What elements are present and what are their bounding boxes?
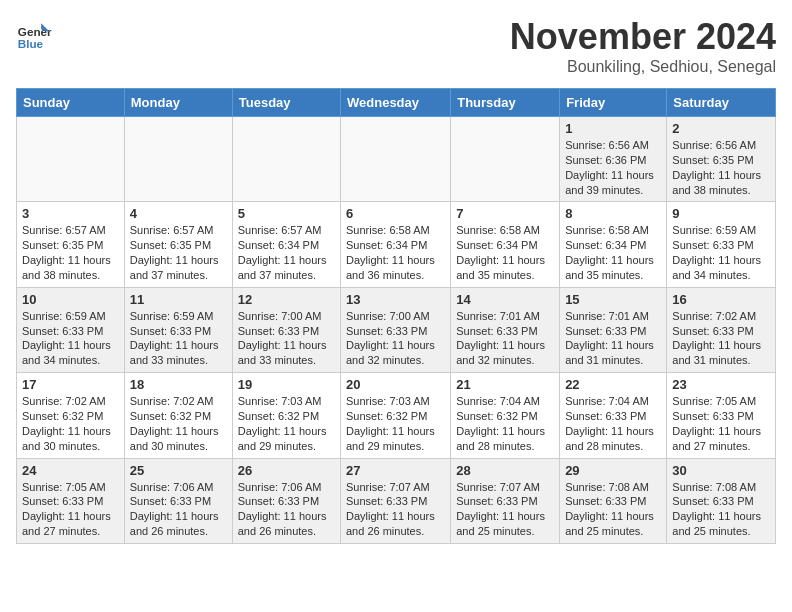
svg-text:General: General	[18, 25, 52, 38]
calendar-cell: 16Sunrise: 7:02 AM Sunset: 6:33 PM Dayli…	[667, 287, 776, 372]
calendar-cell: 28Sunrise: 7:07 AM Sunset: 6:33 PM Dayli…	[451, 458, 560, 543]
day-number: 8	[565, 206, 661, 221]
calendar-cell: 25Sunrise: 7:06 AM Sunset: 6:33 PM Dayli…	[124, 458, 232, 543]
cell-info: Sunrise: 6:59 AM Sunset: 6:33 PM Dayligh…	[130, 309, 227, 368]
day-number: 30	[672, 463, 770, 478]
calendar-cell: 24Sunrise: 7:05 AM Sunset: 6:33 PM Dayli…	[17, 458, 125, 543]
day-number: 20	[346, 377, 445, 392]
calendar-cell: 30Sunrise: 7:08 AM Sunset: 6:33 PM Dayli…	[667, 458, 776, 543]
day-number: 7	[456, 206, 554, 221]
cell-info: Sunrise: 6:58 AM Sunset: 6:34 PM Dayligh…	[456, 223, 554, 282]
calendar-cell: 10Sunrise: 6:59 AM Sunset: 6:33 PM Dayli…	[17, 287, 125, 372]
day-number: 11	[130, 292, 227, 307]
day-number: 1	[565, 121, 661, 136]
calendar-cell: 21Sunrise: 7:04 AM Sunset: 6:32 PM Dayli…	[451, 373, 560, 458]
logo-icon: General Blue	[16, 16, 52, 52]
calendar-week-row: 1Sunrise: 6:56 AM Sunset: 6:36 PM Daylig…	[17, 117, 776, 202]
calendar-cell: 22Sunrise: 7:04 AM Sunset: 6:33 PM Dayli…	[560, 373, 667, 458]
weekday-header-tuesday: Tuesday	[232, 89, 340, 117]
day-number: 2	[672, 121, 770, 136]
calendar-cell: 4Sunrise: 6:57 AM Sunset: 6:35 PM Daylig…	[124, 202, 232, 287]
title-section: November 2024 Bounkiling, Sedhiou, Seneg…	[510, 16, 776, 76]
calendar-cell: 8Sunrise: 6:58 AM Sunset: 6:34 PM Daylig…	[560, 202, 667, 287]
page-header: General Blue November 2024 Bounkiling, S…	[16, 16, 776, 76]
cell-info: Sunrise: 7:01 AM Sunset: 6:33 PM Dayligh…	[565, 309, 661, 368]
day-number: 15	[565, 292, 661, 307]
calendar-cell: 7Sunrise: 6:58 AM Sunset: 6:34 PM Daylig…	[451, 202, 560, 287]
day-number: 13	[346, 292, 445, 307]
day-number: 9	[672, 206, 770, 221]
weekday-header-wednesday: Wednesday	[341, 89, 451, 117]
calendar-cell	[232, 117, 340, 202]
calendar-cell	[17, 117, 125, 202]
cell-info: Sunrise: 7:01 AM Sunset: 6:33 PM Dayligh…	[456, 309, 554, 368]
cell-info: Sunrise: 7:07 AM Sunset: 6:33 PM Dayligh…	[346, 480, 445, 539]
cell-info: Sunrise: 7:06 AM Sunset: 6:33 PM Dayligh…	[238, 480, 335, 539]
weekday-header-friday: Friday	[560, 89, 667, 117]
day-number: 18	[130, 377, 227, 392]
calendar-cell	[341, 117, 451, 202]
day-number: 14	[456, 292, 554, 307]
location-title: Bounkiling, Sedhiou, Senegal	[510, 58, 776, 76]
calendar-cell: 2Sunrise: 6:56 AM Sunset: 6:35 PM Daylig…	[667, 117, 776, 202]
day-number: 12	[238, 292, 335, 307]
day-number: 10	[22, 292, 119, 307]
month-title: November 2024	[510, 16, 776, 58]
calendar-cell: 15Sunrise: 7:01 AM Sunset: 6:33 PM Dayli…	[560, 287, 667, 372]
calendar-cell	[124, 117, 232, 202]
calendar-cell: 26Sunrise: 7:06 AM Sunset: 6:33 PM Dayli…	[232, 458, 340, 543]
cell-info: Sunrise: 7:04 AM Sunset: 6:33 PM Dayligh…	[565, 394, 661, 453]
weekday-header-saturday: Saturday	[667, 89, 776, 117]
calendar-cell: 29Sunrise: 7:08 AM Sunset: 6:33 PM Dayli…	[560, 458, 667, 543]
day-number: 16	[672, 292, 770, 307]
day-number: 5	[238, 206, 335, 221]
cell-info: Sunrise: 7:05 AM Sunset: 6:33 PM Dayligh…	[672, 394, 770, 453]
calendar-table: SundayMondayTuesdayWednesdayThursdayFrid…	[16, 88, 776, 544]
cell-info: Sunrise: 7:00 AM Sunset: 6:33 PM Dayligh…	[346, 309, 445, 368]
calendar-cell: 23Sunrise: 7:05 AM Sunset: 6:33 PM Dayli…	[667, 373, 776, 458]
calendar-cell: 19Sunrise: 7:03 AM Sunset: 6:32 PM Dayli…	[232, 373, 340, 458]
day-number: 25	[130, 463, 227, 478]
cell-info: Sunrise: 7:08 AM Sunset: 6:33 PM Dayligh…	[565, 480, 661, 539]
calendar-cell: 27Sunrise: 7:07 AM Sunset: 6:33 PM Dayli…	[341, 458, 451, 543]
cell-info: Sunrise: 6:56 AM Sunset: 6:35 PM Dayligh…	[672, 138, 770, 197]
calendar-cell: 9Sunrise: 6:59 AM Sunset: 6:33 PM Daylig…	[667, 202, 776, 287]
cell-info: Sunrise: 7:02 AM Sunset: 6:33 PM Dayligh…	[672, 309, 770, 368]
cell-info: Sunrise: 6:58 AM Sunset: 6:34 PM Dayligh…	[565, 223, 661, 282]
day-number: 6	[346, 206, 445, 221]
cell-info: Sunrise: 7:06 AM Sunset: 6:33 PM Dayligh…	[130, 480, 227, 539]
calendar-cell: 18Sunrise: 7:02 AM Sunset: 6:32 PM Dayli…	[124, 373, 232, 458]
calendar-week-row: 17Sunrise: 7:02 AM Sunset: 6:32 PM Dayli…	[17, 373, 776, 458]
day-number: 22	[565, 377, 661, 392]
day-number: 21	[456, 377, 554, 392]
cell-info: Sunrise: 6:58 AM Sunset: 6:34 PM Dayligh…	[346, 223, 445, 282]
calendar-cell: 3Sunrise: 6:57 AM Sunset: 6:35 PM Daylig…	[17, 202, 125, 287]
calendar-cell: 14Sunrise: 7:01 AM Sunset: 6:33 PM Dayli…	[451, 287, 560, 372]
cell-info: Sunrise: 7:05 AM Sunset: 6:33 PM Dayligh…	[22, 480, 119, 539]
calendar-cell: 13Sunrise: 7:00 AM Sunset: 6:33 PM Dayli…	[341, 287, 451, 372]
day-number: 4	[130, 206, 227, 221]
cell-info: Sunrise: 7:00 AM Sunset: 6:33 PM Dayligh…	[238, 309, 335, 368]
cell-info: Sunrise: 7:03 AM Sunset: 6:32 PM Dayligh…	[238, 394, 335, 453]
weekday-header-sunday: Sunday	[17, 89, 125, 117]
calendar-cell: 6Sunrise: 6:58 AM Sunset: 6:34 PM Daylig…	[341, 202, 451, 287]
svg-text:Blue: Blue	[18, 37, 44, 50]
calendar-cell: 20Sunrise: 7:03 AM Sunset: 6:32 PM Dayli…	[341, 373, 451, 458]
cell-info: Sunrise: 6:57 AM Sunset: 6:34 PM Dayligh…	[238, 223, 335, 282]
calendar-header-row: SundayMondayTuesdayWednesdayThursdayFrid…	[17, 89, 776, 117]
calendar-cell: 11Sunrise: 6:59 AM Sunset: 6:33 PM Dayli…	[124, 287, 232, 372]
day-number: 29	[565, 463, 661, 478]
calendar-cell: 5Sunrise: 6:57 AM Sunset: 6:34 PM Daylig…	[232, 202, 340, 287]
day-number: 3	[22, 206, 119, 221]
cell-info: Sunrise: 7:07 AM Sunset: 6:33 PM Dayligh…	[456, 480, 554, 539]
day-number: 17	[22, 377, 119, 392]
cell-info: Sunrise: 6:57 AM Sunset: 6:35 PM Dayligh…	[130, 223, 227, 282]
calendar-cell: 1Sunrise: 6:56 AM Sunset: 6:36 PM Daylig…	[560, 117, 667, 202]
cell-info: Sunrise: 7:02 AM Sunset: 6:32 PM Dayligh…	[130, 394, 227, 453]
day-number: 24	[22, 463, 119, 478]
logo: General Blue	[16, 16, 52, 52]
day-number: 26	[238, 463, 335, 478]
day-number: 27	[346, 463, 445, 478]
calendar-cell: 17Sunrise: 7:02 AM Sunset: 6:32 PM Dayli…	[17, 373, 125, 458]
cell-info: Sunrise: 6:59 AM Sunset: 6:33 PM Dayligh…	[672, 223, 770, 282]
